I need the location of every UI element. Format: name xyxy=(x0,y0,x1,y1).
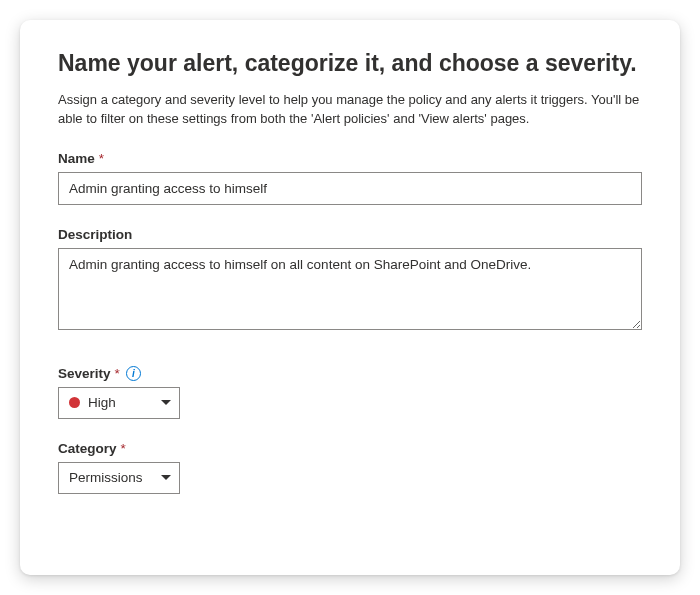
category-field-group: Category * Permissions xyxy=(58,441,642,494)
description-field-group: Description Admin granting access to him… xyxy=(58,227,642,334)
info-icon[interactable]: i xyxy=(126,366,141,381)
alert-policy-form-card: Name your alert, categorize it, and choo… xyxy=(20,20,680,575)
severity-field-group: Severity * i High xyxy=(58,366,642,419)
severity-dot-icon xyxy=(69,397,80,408)
required-star-icon: * xyxy=(121,441,126,456)
severity-select[interactable]: High xyxy=(58,387,180,419)
name-label-text: Name xyxy=(58,151,95,166)
page-title: Name your alert, categorize it, and choo… xyxy=(58,50,642,77)
name-label: Name * xyxy=(58,151,642,166)
severity-label: Severity * i xyxy=(58,366,642,381)
required-star-icon: * xyxy=(115,366,120,381)
name-field-group: Name * xyxy=(58,151,642,205)
description-label: Description xyxy=(58,227,642,242)
severity-value: High xyxy=(88,395,153,410)
chevron-down-icon xyxy=(161,400,171,405)
chevron-down-icon xyxy=(161,475,171,480)
severity-label-text: Severity xyxy=(58,366,111,381)
category-select[interactable]: Permissions xyxy=(58,462,180,494)
name-input[interactable] xyxy=(58,172,642,205)
category-value: Permissions xyxy=(69,470,153,485)
page-subtitle: Assign a category and severity level to … xyxy=(58,91,642,129)
category-label-text: Category xyxy=(58,441,117,456)
description-textarea[interactable]: Admin granting access to himself on all … xyxy=(58,248,642,330)
category-label: Category * xyxy=(58,441,642,456)
description-label-text: Description xyxy=(58,227,132,242)
required-star-icon: * xyxy=(99,151,104,166)
